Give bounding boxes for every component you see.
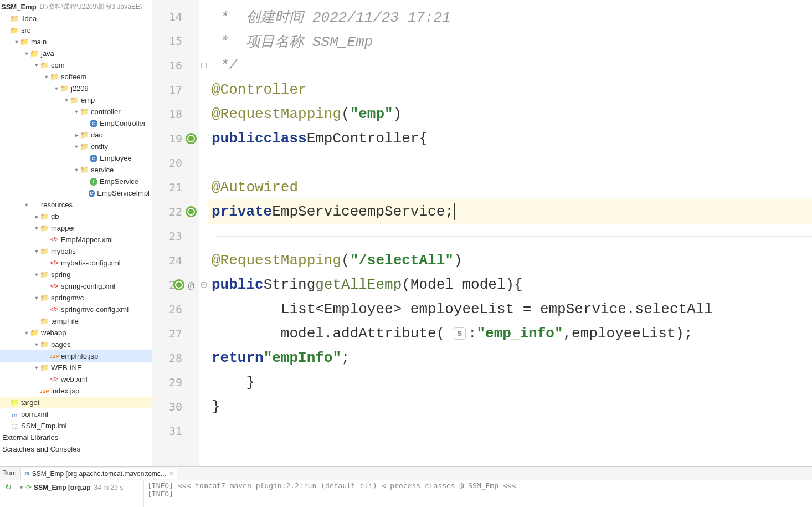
folder-blue-icon bbox=[10, 26, 19, 35]
tree-item-EmpMapper-xml[interactable]: </>EmpMapper.xml bbox=[0, 234, 152, 245]
tree-item-label: java bbox=[41, 49, 54, 58]
spring-bean-icon[interactable] bbox=[186, 133, 197, 144]
tree-item-src[interactable]: src bbox=[0, 24, 152, 36]
run-tree[interactable]: ▼ ⟳ SSM_Emp [org.ap 34 m 29 s bbox=[17, 480, 144, 507]
chevron-right-icon[interactable] bbox=[33, 214, 40, 219]
folder-icon bbox=[80, 166, 89, 175]
tree-item-softeem[interactable]: softeem bbox=[0, 71, 152, 83]
tree-item-target[interactable]: target bbox=[0, 397, 152, 408]
scratches-consoles[interactable]: Scratches and Consoles bbox=[0, 443, 152, 455]
console-output[interactable]: [INFO] <<< tomcat7-maven-plugin:2.2:run … bbox=[144, 480, 812, 507]
tree-item-EmpController[interactable]: CEmpController bbox=[0, 117, 152, 129]
tree-item-label: db bbox=[51, 212, 59, 221]
chevron-down-icon[interactable] bbox=[33, 272, 40, 278]
tree-item-mybatis-config-xml[interactable]: </>mybatis-config.xml bbox=[0, 257, 152, 269]
chevron-down-icon[interactable] bbox=[33, 63, 40, 68]
tree-item-emp[interactable]: emp bbox=[0, 94, 152, 106]
code-area[interactable]: * 创建时间 2022/11/23 17:21 * 项目名称 SSM_Emp *… bbox=[208, 0, 812, 466]
tree-item-EmpService[interactable]: IEmpService bbox=[0, 176, 152, 187]
tree-item-label: mybatis bbox=[51, 247, 76, 255]
tree-item-label: src bbox=[21, 26, 30, 34]
tree-item-label: tempFile bbox=[51, 317, 79, 325]
project-tree[interactable]: SSM_Emp D:\资料\课程\J2209\阶段3 JavaEE\ .idea… bbox=[0, 0, 152, 466]
chevron-down-icon[interactable] bbox=[33, 249, 40, 254]
project-root[interactable]: SSM_Emp D:\资料\课程\J2209\阶段3 JavaEE\ bbox=[0, 1, 152, 13]
chevron-down-icon[interactable] bbox=[73, 144, 80, 150]
run-config-tab[interactable]: m SSM_Emp [org.apache.tomcat.maven:tomc.… bbox=[20, 468, 177, 479]
spring-bean-icon[interactable] bbox=[173, 279, 184, 290]
tree-item-resources[interactable]: resources bbox=[0, 199, 152, 211]
fold-marker[interactable]: − bbox=[201, 63, 207, 68]
external-libraries[interactable]: External Libraries bbox=[0, 432, 152, 443]
project-name: SSM_Emp bbox=[1, 3, 37, 11]
chevron-down-icon[interactable] bbox=[33, 365, 40, 371]
close-tab-icon[interactable]: × bbox=[169, 470, 173, 478]
tree-item-SSM-Emp-iml[interactable]: ⬚SSM_Emp.iml bbox=[0, 420, 152, 432]
tree-item-java[interactable]: java bbox=[0, 48, 152, 59]
tree-item-entity[interactable]: entity bbox=[0, 141, 152, 152]
xml-icon: </> bbox=[50, 259, 59, 268]
tree-item-web-xml[interactable]: </>web.xml bbox=[0, 373, 152, 385]
tree-item-label: springmvc bbox=[51, 294, 84, 302]
chevron-down-icon[interactable]: ▼ bbox=[19, 485, 24, 490]
folder-blue-icon bbox=[20, 38, 29, 47]
tree-item-main[interactable]: main bbox=[0, 36, 152, 48]
tree-item--idea[interactable]: .idea bbox=[0, 13, 152, 24]
tree-item-label: Employee bbox=[100, 154, 132, 162]
tree-item-mybatis[interactable]: mybatis bbox=[0, 245, 152, 257]
tree-item-db[interactable]: db bbox=[0, 211, 152, 222]
tree-item-empInfo-jsp[interactable]: JSPempInfo.jsp bbox=[0, 350, 152, 362]
spring-bean-icon[interactable] bbox=[186, 206, 197, 217]
rerun-icon[interactable]: ↻ bbox=[5, 483, 12, 491]
tree-item-label: EmpService bbox=[100, 177, 138, 186]
tree-item-label: EmpMapper.xml bbox=[61, 235, 113, 244]
chevron-right-icon[interactable] bbox=[73, 132, 80, 138]
chevron-down-icon[interactable] bbox=[63, 98, 70, 103]
chevron-down-icon[interactable] bbox=[33, 226, 40, 231]
chevron-down-icon[interactable] bbox=[33, 342, 40, 347]
tree-item-label: web.xml bbox=[61, 375, 88, 383]
chevron-down-icon[interactable] bbox=[23, 51, 30, 57]
tree-item-webapp[interactable]: webapp bbox=[0, 327, 152, 339]
tree-item-controller[interactable]: controller bbox=[0, 106, 152, 117]
tree-item-index-jsp[interactable]: JSPindex.jsp bbox=[0, 385, 152, 397]
tree-item-EmpServiceImpl[interactable]: CEmpServiceImpl bbox=[0, 187, 152, 199]
chevron-down-icon[interactable] bbox=[73, 167, 80, 173]
tree-item-spring[interactable]: spring bbox=[0, 269, 152, 280]
tree-item-WEB-INF[interactable]: WEB-INF bbox=[0, 362, 152, 373]
folder-icon bbox=[40, 224, 49, 233]
tree-item-label: index.jsp bbox=[51, 387, 79, 395]
tree-item-spring-config-xml[interactable]: </>spring-config.xml bbox=[0, 280, 152, 292]
tree-item-service[interactable]: service bbox=[0, 164, 152, 176]
tree-item-label: main bbox=[31, 38, 47, 46]
chevron-down-icon[interactable] bbox=[53, 86, 60, 91]
chevron-down-icon[interactable] bbox=[33, 295, 40, 301]
tree-item-pages[interactable]: pages bbox=[0, 339, 152, 350]
tree-item-mapper[interactable]: mapper bbox=[0, 222, 152, 234]
chevron-down-icon[interactable] bbox=[73, 109, 80, 115]
tree-item-springmvc-config-xml[interactable]: </>springmvc-config.xml bbox=[0, 304, 152, 315]
tree-item-label: mybatis-config.xml bbox=[61, 259, 121, 267]
chevron-down-icon[interactable] bbox=[23, 330, 30, 336]
tree-item-j2209[interactable]: j2209 bbox=[0, 83, 152, 94]
folder-icon bbox=[40, 270, 49, 279]
folder-icon bbox=[80, 131, 89, 140]
fold-marker[interactable]: − bbox=[201, 282, 207, 288]
tree-item-dao[interactable]: dao bbox=[0, 129, 152, 141]
chevron-down-icon[interactable] bbox=[43, 74, 50, 80]
tree-item-label: service bbox=[91, 166, 114, 174]
tree-item-com[interactable]: com bbox=[0, 59, 152, 71]
mapping-icon[interactable]: @ bbox=[186, 279, 197, 290]
chevron-down-icon[interactable] bbox=[23, 202, 30, 208]
tree-item-Employee[interactable]: CEmployee bbox=[0, 152, 152, 164]
class-icon: C bbox=[90, 120, 97, 127]
jsp-icon: JSP bbox=[50, 352, 59, 361]
folder-icon bbox=[80, 142, 89, 151]
code-editor[interactable]: 14 15 16 17 18 19 20 21 22 23 24 25@ 26 … bbox=[152, 0, 812, 466]
tree-item-springmvc[interactable]: springmvc bbox=[0, 292, 152, 304]
tree-item-label: EmpController bbox=[100, 119, 146, 127]
run-label: Run: bbox=[2, 469, 16, 477]
tree-item-tempFile[interactable]: tempFile bbox=[0, 315, 152, 327]
chevron-down-icon[interactable] bbox=[13, 39, 20, 45]
tree-item-pom-xml[interactable]: mpom.xml bbox=[0, 408, 152, 420]
